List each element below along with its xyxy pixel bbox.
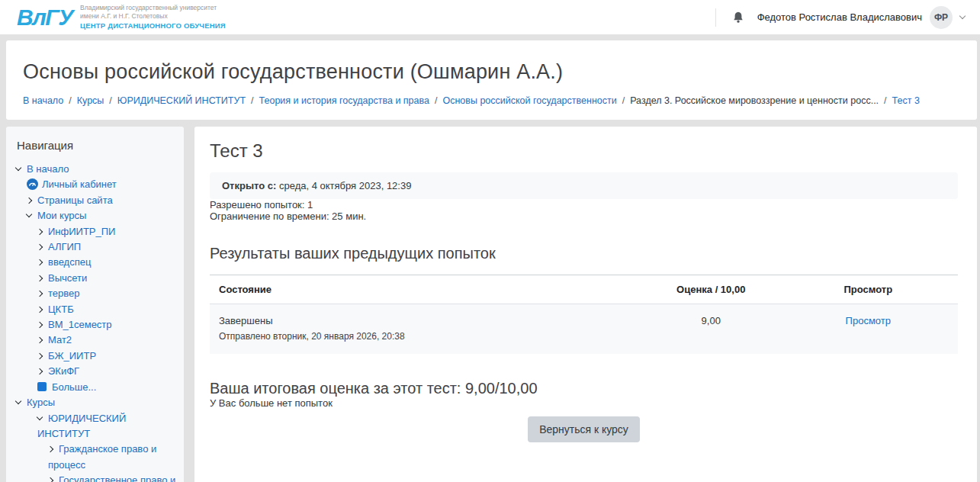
chevron-right-icon — [47, 477, 53, 482]
state-column-header: Состояние — [210, 275, 644, 304]
navigation-sidebar: Навигация В начало Личный кабинет Страни… — [6, 127, 184, 482]
dashboard-icon — [27, 178, 38, 190]
chevron-right-icon — [47, 446, 53, 452]
previous-attempts-heading: Результаты ваших предыдущих попыток — [210, 245, 958, 262]
chevron-down-icon — [26, 211, 32, 217]
review-link[interactable]: Просмотр — [846, 315, 891, 326]
sidebar-item-courses[interactable]: Курсы — [6, 395, 179, 410]
header-divider — [715, 8, 716, 27]
button-row: Вернуться к курсу — [210, 416, 958, 442]
content-row: Навигация В начало Личный кабинет Страни… — [6, 127, 977, 482]
sidebar-title: Навигация — [6, 139, 179, 152]
user-menu-chevron-down-icon[interactable] — [959, 12, 966, 18]
breadcrumb-section-label: Раздел 3. Российское мировоззрение и цен… — [630, 95, 879, 106]
breadcrumb-institute-link[interactable]: ЮРИДИЧЕСКИЙ ИНСТИТУТ — [117, 95, 246, 106]
chevron-right-icon — [37, 259, 43, 265]
review-column-header: Просмотр — [779, 275, 958, 304]
university-logo[interactable]: ВлГУ Владимирский государственный универ… — [17, 4, 226, 31]
sidebar-item-home[interactable]: В начало — [6, 162, 179, 177]
sidebar-item-dashboard[interactable]: Личный кабинет — [6, 177, 179, 192]
center-name: ЦЕНТР ДИСТАНЦИОННОГО ОБУЧЕНИЯ — [80, 21, 226, 31]
sidebar-item-course[interactable]: ЦКТБ — [6, 302, 179, 317]
sidebar-item-more[interactable]: Больше... — [6, 380, 179, 395]
course-header-card: Основы российской государственности (Ошм… — [6, 40, 977, 120]
attempt-state-cell: Завершены Отправлено вторник, 20 января … — [210, 304, 644, 355]
breadcrumb-quiz-link[interactable]: Тест 3 — [892, 95, 920, 106]
breadcrumb-separator: / — [435, 95, 437, 106]
grade-column-header: Оценка / 10,00 — [644, 275, 779, 304]
chevron-right-icon — [37, 275, 43, 281]
attempt-submitted-date: Отправлено вторник, 20 января 2026, 20:3… — [219, 331, 635, 342]
breadcrumb-separator: / — [251, 95, 253, 106]
sidebar-item-course[interactable]: АЛГИП — [6, 239, 179, 255]
chevron-down-icon — [37, 413, 43, 419]
chevron-right-icon — [37, 306, 43, 312]
site-header: ВлГУ Владимирский государственный универ… — [0, 0, 980, 35]
sidebar-item-course[interactable]: ЭКиФГ — [6, 364, 179, 379]
attempts-table-header-row: Состояние Оценка / 10,00 Просмотр — [210, 275, 958, 304]
quiz-main-panel: Тест 3 Открыто с: среда, 4 октября 2023,… — [194, 127, 977, 482]
attempt-review-cell: Просмотр — [779, 304, 958, 355]
chevron-right-icon — [37, 244, 43, 250]
sidebar-item-site-pages[interactable]: Страницы сайта — [6, 193, 179, 208]
chevron-right-icon — [37, 337, 43, 343]
user-full-name[interactable]: Федотов Ростислав Владиславович — [757, 11, 922, 23]
final-grade-heading: Ваша итоговая оценка за этот тест: 9,00/… — [210, 380, 958, 397]
breadcrumb-separator: / — [622, 95, 625, 106]
chevron-right-icon — [26, 198, 32, 204]
header-user-area: Федотов Ростислав Владиславович ФР — [715, 6, 965, 29]
no-more-attempts-text: У Вас больше нет попыток — [210, 397, 958, 409]
chevron-right-icon — [37, 228, 43, 234]
quiz-title: Тест 3 — [210, 140, 958, 162]
breadcrumb-courses-link[interactable]: Курсы — [77, 95, 104, 106]
sidebar-item-course[interactable]: ВМ_1семестр — [6, 317, 179, 333]
square-icon — [37, 382, 47, 391]
sidebar-item-course[interactable]: ИнфИИТР_ПИ — [6, 224, 179, 239]
sidebar-item-state-law[interactable]: Государственное право и — [6, 473, 179, 482]
sidebar-item-course[interactable]: Мат2 — [6, 333, 179, 348]
breadcrumb-course-link[interactable]: Основы российской государственности — [442, 95, 616, 106]
logo-text-block: Владимирский государственный университет… — [80, 4, 226, 31]
attempt-grade-cell: 9,00 — [644, 304, 779, 355]
attempts-table: Состояние Оценка / 10,00 Просмотр Заверш… — [210, 275, 958, 354]
chevron-right-icon — [37, 322, 43, 328]
chevron-right-icon — [37, 353, 43, 359]
table-row: Завершены Отправлено вторник, 20 января … — [210, 304, 958, 355]
chevron-down-icon — [15, 165, 21, 171]
chevron-right-icon — [37, 291, 43, 297]
sidebar-item-course[interactable]: введспец — [6, 255, 179, 270]
page-title: Основы российской государственности (Ошм… — [23, 60, 960, 84]
attempt-state: Завершены — [219, 315, 635, 326]
sidebar-item-course[interactable]: БЖ_ИИТР — [6, 349, 179, 364]
breadcrumb-category-link[interactable]: Теория и история государства и права — [259, 95, 429, 106]
quiz-open-infobox: Открыто с: среда, 4 октября 2023, 12:39 — [210, 172, 958, 199]
chevron-right-icon — [37, 368, 43, 374]
sidebar-item-course[interactable]: тервер — [6, 286, 179, 301]
back-to-course-button[interactable]: Вернуться к курсу — [528, 416, 640, 442]
chevron-down-icon — [15, 398, 21, 404]
bell-icon — [731, 11, 745, 24]
breadcrumb: В начало/Курсы/ЮРИДИЧЕСКИЙ ИНСТИТУТ/Теор… — [23, 95, 960, 106]
sidebar-item-course[interactable]: Вычсети — [6, 271, 179, 286]
notifications-bell-icon[interactable] — [730, 9, 747, 26]
breadcrumb-separator: / — [69, 95, 71, 106]
university-name-line1: Владимирский государственный университет — [80, 4, 226, 12]
time-limit-text: Ограничение по времени: 25 мин. — [210, 210, 958, 222]
university-name-line2: имени А.Г. и Н.Г. Столетовых — [80, 12, 226, 21]
open-from-label: Открыто с: — [222, 180, 276, 191]
sidebar-item-my-courses[interactable]: Мои курсы — [6, 208, 179, 223]
open-from-value: среда, 4 октября 2023, 12:39 — [276, 180, 411, 191]
sidebar-item-law-institute[interactable]: ЮРИДИЧЕСКИЙ ИНСТИТУТ — [6, 411, 179, 442]
sidebar-item-civil-law[interactable]: Гражданское право и процесс — [6, 442, 179, 473]
avatar[interactable]: ФР — [930, 6, 953, 29]
breadcrumb-home-link[interactable]: В начало — [23, 95, 63, 106]
attempts-allowed-text: Разрешено попыток: 1 — [210, 199, 958, 210]
breadcrumb-separator: / — [109, 95, 111, 106]
breadcrumb-separator: / — [884, 95, 886, 106]
logo-mark: ВлГУ — [17, 6, 72, 29]
